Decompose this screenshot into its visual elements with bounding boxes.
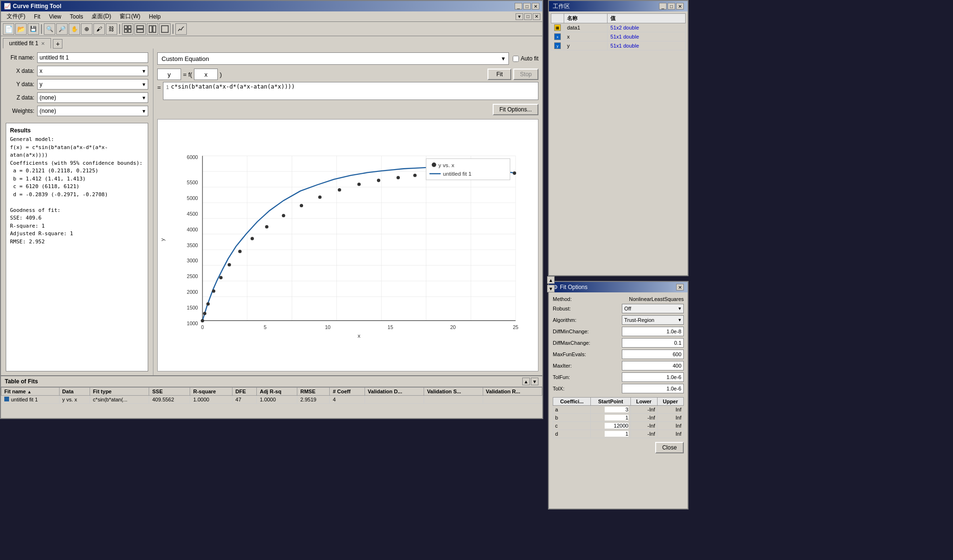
svg-rect-1: [128, 26, 131, 29]
svg-text:y vs. x: y vs. x: [438, 162, 454, 168]
equation-type-select[interactable]: Custom Equation: [157, 52, 509, 65]
scroll-up-btn[interactable]: ▲: [547, 276, 555, 284]
svg-point-57: [265, 225, 268, 229]
formula-input[interactable]: c*sin(b*atan(a*x-d*(a*x-atan(a*x)))): [171, 83, 537, 99]
col-dfe[interactable]: DFE: [233, 388, 257, 396]
x-data-select[interactable]: x: [37, 66, 148, 76]
fit-name-input[interactable]: [37, 52, 148, 63]
table-scroll-down[interactable]: ▼: [531, 378, 538, 385]
coeff-row-d[interactable]: d -Inf Inf: [553, 430, 684, 438]
autofit-checkbox-label[interactable]: Auto fit: [513, 55, 538, 62]
algorithm-select[interactable]: Trust-Region: [622, 315, 684, 325]
coeff-a-start[interactable]: [591, 406, 630, 414]
workspace-col-value[interactable]: 值: [608, 14, 686, 23]
tolx-input[interactable]: [622, 384, 684, 393]
z-data-select[interactable]: (none): [37, 92, 148, 103]
table-scroll-up[interactable]: ▲: [522, 378, 530, 385]
col-adj-rsq[interactable]: Adj R-sq: [257, 388, 297, 396]
col-val-d[interactable]: Validation D...: [365, 388, 424, 396]
col-rsquare[interactable]: R-square: [190, 388, 233, 396]
brush-btn[interactable]: 🖌: [93, 23, 105, 35]
scroll-down-btn[interactable]: ▼: [547, 285, 555, 292]
maxfunevals-input[interactable]: [622, 350, 684, 359]
data-cursor-btn[interactable]: ⊕: [81, 23, 92, 35]
save-btn[interactable]: 💾: [28, 23, 39, 35]
coeff-c-start[interactable]: [591, 422, 630, 430]
grid-btn3[interactable]: [147, 23, 158, 35]
col-data[interactable]: Data: [59, 388, 90, 396]
workspace-table: 名称 值 ▦ data1 51x2 double x x 51x1 double: [551, 13, 686, 50]
y-var-input[interactable]: [157, 69, 181, 80]
col-fit-name[interactable]: Fit name ▲: [1, 388, 60, 396]
robust-select[interactable]: Off: [622, 304, 684, 313]
tolfun-label: TolFun:: [553, 374, 570, 380]
stop-button[interactable]: Stop: [513, 69, 538, 80]
coeff-b-start[interactable]: [591, 414, 630, 422]
maxiter-input[interactable]: [622, 361, 684, 370]
coeff-row-c[interactable]: c -Inf Inf: [553, 422, 684, 430]
col-rmse[interactable]: RMSE: [297, 388, 330, 396]
col-sse[interactable]: SSE: [149, 388, 190, 396]
svg-text:4000: 4000: [187, 227, 198, 232]
coeff-d-start[interactable]: [591, 430, 630, 438]
menu-fit[interactable]: Fit: [30, 12, 44, 21]
minimize-inner-btn[interactable]: ▼: [516, 13, 523, 20]
menu-help[interactable]: Help: [145, 12, 164, 21]
new-btn[interactable]: 📄: [3, 23, 14, 35]
maximize-btn[interactable]: □: [523, 3, 531, 10]
weights-select[interactable]: (none): [37, 106, 148, 116]
grid-btn2[interactable]: [134, 23, 146, 35]
autofit-checkbox[interactable]: [513, 56, 519, 62]
diffmaxchange-input[interactable]: [622, 338, 684, 348]
link-btn[interactable]: ⛓: [106, 23, 117, 35]
menu-tools[interactable]: Tools: [66, 12, 87, 21]
fit-options-close-x[interactable]: ✕: [676, 284, 684, 290]
tab-untitled-fit-1[interactable]: untitled fit 1 ✕: [3, 38, 51, 49]
workspace-col-name[interactable]: 名称: [564, 14, 608, 23]
col-val-s[interactable]: Validation S...: [424, 388, 483, 396]
zoom-out-btn[interactable]: 🔎: [56, 23, 68, 35]
table-row[interactable]: untitled fit 1 y vs. x c*sin(b*atan(... …: [1, 396, 542, 404]
open-btn[interactable]: 📂: [15, 23, 27, 35]
restore-inner-btn[interactable]: □: [524, 13, 532, 20]
fit-options-close-btn[interactable]: Close: [655, 442, 684, 453]
col-num-coeff[interactable]: # Coeff: [330, 388, 365, 396]
close-inner-btn[interactable]: ✕: [533, 13, 540, 20]
menu-window[interactable]: 窗口(W): [116, 11, 144, 21]
workspace-close[interactable]: ✕: [676, 3, 684, 10]
tab-add-btn[interactable]: +: [53, 39, 62, 49]
y-data-select[interactable]: y: [37, 79, 148, 90]
col-fit-type[interactable]: Fit type: [90, 388, 149, 396]
fit-button[interactable]: Fit: [487, 69, 511, 80]
coeff-row-b[interactable]: b -Inf Inf: [553, 414, 684, 422]
menu-desktop[interactable]: 桌面(D): [88, 11, 115, 21]
svg-text:3500: 3500: [187, 242, 198, 248]
minimize-btn[interactable]: _: [515, 3, 522, 10]
results-btn[interactable]: [175, 23, 187, 35]
coeff-row-a[interactable]: a -Inf Inf: [553, 406, 684, 414]
menu-view[interactable]: View: [45, 12, 65, 21]
diffminchange-input[interactable]: [622, 327, 684, 336]
workspace-panel: 工作区 _ □ ✕ 名称 值 ▦ data1: [548, 0, 689, 276]
tolfun-input[interactable]: [622, 372, 684, 382]
workspace-row-data1[interactable]: ▦ data1 51x2 double: [551, 23, 686, 32]
maxiter-label: MaxIter:: [553, 363, 572, 369]
svg-point-73: [513, 171, 516, 175]
workspace-row-x[interactable]: x x 51x1 double: [551, 32, 686, 41]
coeff-table: Coeffici... StartPoint Lower Upper a -In…: [553, 397, 684, 438]
workspace-row-y[interactable]: y y 51x1 double: [551, 41, 686, 50]
fit-options-button[interactable]: Fit Options...: [493, 104, 538, 115]
x-var-input[interactable]: [194, 69, 218, 80]
col-val-r[interactable]: Validation R...: [483, 388, 542, 396]
svg-rect-4: [137, 26, 143, 29]
workspace-minimize[interactable]: _: [659, 3, 667, 10]
workspace-content: 名称 值 ▦ data1 51x2 double x x 51x1 double: [549, 11, 688, 52]
close-btn[interactable]: ✕: [532, 3, 539, 10]
menu-file[interactable]: 文件(F): [3, 11, 29, 21]
workspace-maximize[interactable]: □: [668, 3, 675, 10]
single-btn[interactable]: [159, 23, 171, 35]
grid-btn1[interactable]: [122, 23, 133, 35]
pan-btn[interactable]: ✋: [69, 23, 80, 35]
zoom-in-btn[interactable]: 🔍: [44, 23, 55, 35]
tab-close-btn[interactable]: ✕: [41, 41, 45, 46]
